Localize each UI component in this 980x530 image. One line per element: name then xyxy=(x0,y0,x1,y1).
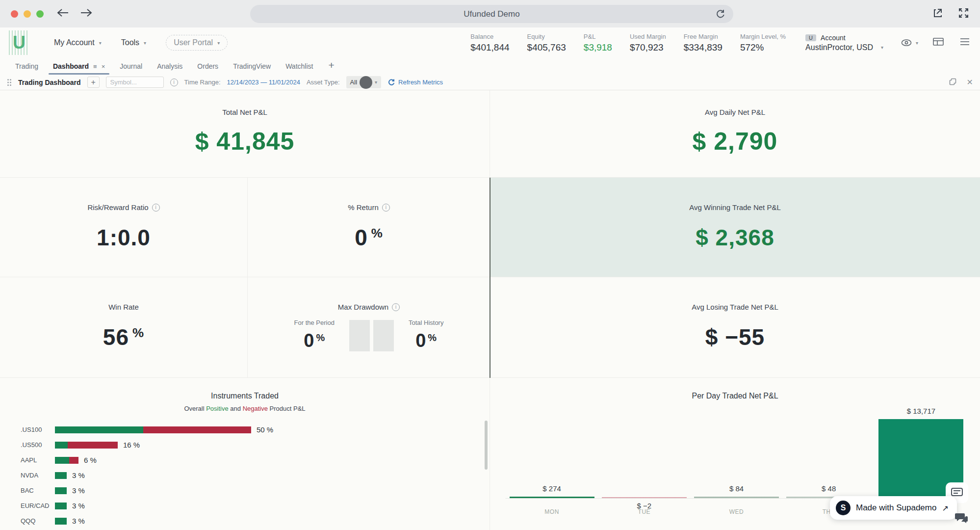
demo-hotspot-indicator[interactable] xyxy=(360,76,372,89)
reload-icon[interactable] xyxy=(716,9,725,21)
chart-subtitle: Overall Positive and Negative Product P&… xyxy=(0,405,490,412)
add-tab-button[interactable]: + xyxy=(320,59,342,75)
close-panel-icon[interactable]: ✕ xyxy=(967,78,973,87)
asset-type-select[interactable]: All ▾ xyxy=(346,76,381,88)
card-avg-winning-trade: Avg Winning Trade Net P&L $ 2,368 xyxy=(490,178,980,277)
card-value: 1:0.0 xyxy=(0,224,247,251)
tab-trading[interactable]: Trading xyxy=(8,60,46,75)
chart-title: Instruments Traded xyxy=(0,392,490,400)
card-title: Avg Daily Net P&L xyxy=(490,108,980,116)
card-title: Avg Losing Trade Net P&L xyxy=(490,303,980,311)
drawdown-period-label: For the Period xyxy=(294,319,335,326)
ufunded-logo: U xyxy=(9,30,29,55)
card-total-net-pnl: Total Net P&L $ 41,845 xyxy=(0,90,490,178)
app-toolbar: U My Account▾ Tools▾ User Portal▾ Balanc… xyxy=(0,27,980,58)
forward-icon[interactable] xyxy=(80,7,93,20)
account-select[interactable]: U Account AustinProctor, USD ▾ xyxy=(805,34,883,52)
chat-bubbles-icon[interactable] xyxy=(954,512,968,527)
supademo-logo: S xyxy=(836,501,851,515)
tab-tradingview[interactable]: TradingView xyxy=(226,60,278,75)
card-win-rate: Win Rate 56% xyxy=(0,277,248,378)
made-with-supademo-badge[interactable]: S Made with Supademo ↗ xyxy=(830,496,957,520)
card-avg-losing-trade: Avg Losing Trade Net P&L $ −55 xyxy=(490,277,980,378)
chevron-down-icon: ▾ xyxy=(144,40,146,46)
card-max-drawdown: Max Drawdown i For the Period 0% Total H… xyxy=(248,277,490,378)
instrument-bar[interactable] xyxy=(55,472,67,479)
time-range-value[interactable]: 12/14/2023 — 11/01/2024 xyxy=(227,79,300,86)
instrument-bar[interactable] xyxy=(55,487,67,494)
bar-value-label: $ 274 xyxy=(506,484,598,493)
refresh-metrics-button[interactable]: Refresh Metrics xyxy=(387,79,443,86)
account-metrics: Balance$401,844Equity$405,763P&L$3,918Us… xyxy=(470,33,786,53)
info-icon: i xyxy=(382,204,390,212)
account-metric: Used Margin$70,923 xyxy=(630,33,666,53)
panel-resize-divider[interactable] xyxy=(490,178,490,378)
dashboard-toolbar: Trading Dashboard + i Time Range: 12/14/… xyxy=(0,75,980,90)
account-metric: Free Margin$334,839 xyxy=(684,33,722,53)
tab-close-icon[interactable]: × xyxy=(102,63,105,70)
add-widget-button[interactable]: + xyxy=(87,77,100,88)
hamburger-menu-icon[interactable] xyxy=(958,36,971,50)
close-window-button[interactable] xyxy=(11,10,18,18)
layout-panels-icon[interactable] xyxy=(932,36,945,50)
card-title: Total Net P&L xyxy=(0,108,490,116)
day-bar[interactable] xyxy=(510,497,594,498)
tab-dashboard[interactable]: Dashboard≡× xyxy=(46,60,112,75)
account-type-badge: U xyxy=(805,34,816,41)
account-metric: P&L$3,918 xyxy=(584,33,612,53)
chart-title: Per Day Traded Net P&L xyxy=(490,392,980,400)
drag-handle-icon[interactable] xyxy=(7,79,12,86)
instrument-bar[interactable] xyxy=(55,503,67,509)
percent-unit: % xyxy=(371,226,383,240)
chevron-down-icon: ▾ xyxy=(217,40,220,46)
menu-user-portal[interactable]: User Portal▾ xyxy=(166,35,228,51)
chevron-down-icon: ▾ xyxy=(916,40,918,46)
instrument-bar[interactable] xyxy=(55,457,78,464)
tab-watchlist[interactable]: Watchlist xyxy=(278,60,320,75)
workspace-tabs: TradingDashboard≡×JournalAnalysisOrdersT… xyxy=(0,58,980,75)
instrument-bar-row: QQQ3 % xyxy=(0,513,490,529)
card-avg-daily-net-pnl: Avg Daily Net P&L $ 2,790 xyxy=(490,90,980,178)
day-bar[interactable] xyxy=(694,497,779,498)
address-bar[interactable]: Ufunded Demo xyxy=(250,5,733,23)
card-title: % Return xyxy=(348,203,379,212)
info-icon: i xyxy=(170,79,178,86)
share-icon[interactable] xyxy=(932,7,943,21)
instrument-bar[interactable] xyxy=(55,518,67,525)
menu-my-account[interactable]: My Account▾ xyxy=(54,38,102,47)
visibility-toggle[interactable]: ▾ xyxy=(900,37,918,49)
instrument-bar[interactable] xyxy=(55,426,251,433)
back-icon[interactable] xyxy=(56,7,69,20)
instrument-bar-row: NVDA3 % xyxy=(0,468,490,483)
bar-plot-area: $ 274$ −2$ 84$ 48$ 13,717 xyxy=(506,415,967,499)
time-range-label: Time Range: xyxy=(184,79,221,86)
instrument-bar-row: BAC3 % xyxy=(0,483,490,498)
tab-orders[interactable]: Orders xyxy=(190,60,226,75)
day-bar[interactable] xyxy=(602,497,687,498)
symbol-input[interactable] xyxy=(106,77,164,88)
restore-panel-icon[interactable] xyxy=(949,78,957,87)
instrument-bar-row: .US50016 % xyxy=(0,437,490,452)
minimize-window-button[interactable] xyxy=(24,10,31,18)
chevron-down-icon: ▾ xyxy=(375,80,377,85)
instrument-bar[interactable] xyxy=(55,442,118,449)
tab-menu-icon[interactable]: ≡ xyxy=(93,63,97,70)
percent-unit: % xyxy=(132,325,144,340)
menu-tools[interactable]: Tools▾ xyxy=(121,38,146,47)
drawdown-history-value: 0 xyxy=(415,330,426,351)
tab-analysis[interactable]: Analysis xyxy=(150,60,190,75)
account-name: AustinProctor, USD xyxy=(805,43,873,52)
day-bar-column: $ 274 xyxy=(506,415,598,498)
card-value: $ 2,368 xyxy=(490,224,980,251)
vertical-scrollbar-thumb[interactable] xyxy=(485,421,488,470)
card-value: $ −55 xyxy=(490,324,980,350)
browser-chrome: Ufunded Demo xyxy=(0,0,980,27)
tab-journal[interactable]: Journal xyxy=(112,60,150,75)
day-bar-column: $ 48 xyxy=(783,415,875,498)
day-axis-label: MON xyxy=(506,508,598,515)
zoom-window-button[interactable] xyxy=(36,10,44,18)
day-axis-label: WED xyxy=(690,508,782,515)
fullscreen-icon[interactable] xyxy=(958,7,969,21)
card-value: 56 xyxy=(103,324,129,350)
day-axis-label: TUE xyxy=(598,508,690,515)
